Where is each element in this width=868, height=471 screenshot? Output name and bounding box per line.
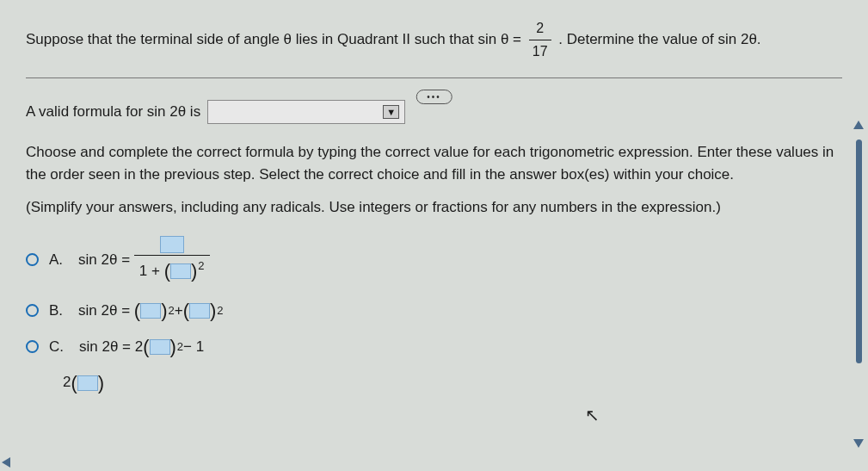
question-text: Suppose that the terminal side of angle … <box>26 17 842 62</box>
question-suffix: . Determine the value of sin 2θ. <box>558 31 760 47</box>
answer-input-c[interactable] <box>150 339 170 355</box>
answer-input-b2[interactable] <box>189 303 210 319</box>
choice-a-fraction: 1 + ()2 <box>134 233 210 286</box>
fraction: 2 17 <box>529 17 551 62</box>
choice-a-expression: sin 2θ = 1 + ()2 <box>78 233 209 286</box>
divider <box>26 77 842 78</box>
radio-c[interactable] <box>26 340 39 353</box>
answer-input-a-den[interactable] <box>170 263 191 279</box>
ellipsis-button[interactable]: ••• <box>416 90 452 104</box>
chevron-down-icon: ▼ <box>383 105 399 119</box>
scroll-down-icon[interactable] <box>853 439 864 448</box>
cursor-icon: ↖ <box>585 405 600 425</box>
choice-d-partial: 2() <box>63 372 842 394</box>
instructions-text: Choose and complete the correct formula … <box>26 141 842 185</box>
radio-a[interactable] <box>26 253 39 266</box>
choice-c-expression: sin 2θ = 2 ()2 − 1 <box>79 336 204 358</box>
answer-input-a-num[interactable] <box>160 236 184 253</box>
fraction-denominator: 17 <box>529 40 551 63</box>
simplify-text: (Simplify your answers, including any ra… <box>26 199 842 216</box>
choice-a-label: A. <box>49 251 63 269</box>
choice-b-expression: sin 2θ = ()2 + ()2 <box>78 300 223 322</box>
left-arrow-icon <box>2 457 10 468</box>
question-prefix: Suppose that the terminal side of angle … <box>26 31 521 47</box>
scroll-up-icon[interactable] <box>853 121 864 129</box>
scroll-thumb[interactable] <box>856 139 862 363</box>
formula-label: A valid formula for sin 2θ is <box>26 103 200 121</box>
choice-b-label: B. <box>49 302 63 319</box>
choice-c[interactable]: C. sin 2θ = 2 ()2 − 1 <box>26 336 842 358</box>
answer-input-b1[interactable] <box>140 303 161 319</box>
choice-b[interactable]: B. sin 2θ = ()2 + ()2 <box>26 300 842 322</box>
fraction-numerator: 2 <box>529 17 551 40</box>
radio-b[interactable] <box>26 304 39 317</box>
scrollbar[interactable] <box>854 121 863 448</box>
choice-a[interactable]: A. sin 2θ = 1 + ()2 <box>26 233 842 286</box>
formula-dropdown[interactable]: ▼ <box>207 100 405 124</box>
answer-input-d[interactable] <box>77 375 98 391</box>
choice-c-label: C. <box>49 338 64 356</box>
